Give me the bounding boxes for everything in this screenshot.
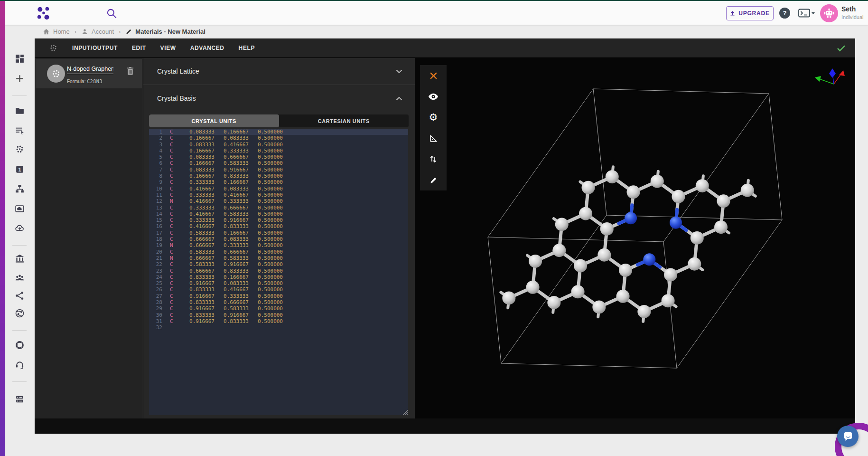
material-dots-icon [51,68,61,79]
measure-tool-button[interactable] [420,128,447,149]
basis-line: 4C0.1666670.3333330.500000 [149,148,408,154]
carbon-atom[interactable] [526,281,540,294]
basis-line: 14C0.4166670.5833330.500000 [149,211,408,217]
carbon-atom[interactable] [664,268,677,281]
carbon-atom[interactable] [627,185,640,199]
sidebar-item-add-new[interactable] [5,74,35,84]
menu-view[interactable]: VIEW [160,45,176,51]
carbon-atom[interactable] [662,294,675,307]
carbon-atom[interactable] [696,179,709,192]
carbon-atom[interactable] [547,296,560,309]
carbon-atom[interactable] [717,194,730,208]
carbon-atom[interactable] [555,218,569,231]
carbon-atom[interactable] [714,220,728,234]
swap-axes-button[interactable] [420,149,447,170]
folder-icon [15,106,25,116]
share-icon [15,291,25,301]
carbon-atom[interactable] [606,170,619,183]
pencil-icon [429,176,438,184]
jobs-list-icon [15,125,25,135]
carbon-atom[interactable] [571,285,585,298]
edit-structure-button[interactable] [420,170,447,190]
visibility-button[interactable] [420,86,447,107]
sidebar-item-org-chart[interactable] [5,184,35,194]
carbon-atom[interactable] [616,290,630,303]
structure-canvas[interactable] [415,58,855,419]
formula-label: Formula: [67,79,85,84]
sidebar-item-workflows-one[interactable]: 1 [5,164,35,174]
material-cluster-icon [49,44,58,53]
workflows-one-icon: 1 [15,164,25,174]
basis-line: 24C0.8333330.1666670.500000 [149,274,408,280]
team-icon [15,273,25,283]
close-viewer-button[interactable] [420,65,447,86]
material-list-item[interactable]: Formula: C28N3 [36,59,142,88]
carbon-atom[interactable] [592,300,606,314]
window-top-edge [0,0,868,1]
carbon-atom[interactable] [552,244,566,257]
terminal-menu-icon[interactable] [798,9,815,18]
chevron-down-icon [396,69,402,74]
carbon-atom[interactable] [691,231,704,245]
user-avatar[interactable] [820,4,838,22]
app-logo-icon[interactable] [36,6,50,20]
chevron-up-icon [396,96,402,101]
sidebar-item-bank[interactable] [5,254,35,264]
editor-resize-handle[interactable] [402,409,408,415]
upgrade-label: UPGRADE [738,10,770,17]
sidebar-item-share[interactable] [5,291,35,301]
carbon-atom[interactable] [637,305,651,318]
material-avatar [47,65,65,83]
lattice-header-label: Crystal Lattice [157,67,199,75]
menu-input-output[interactable]: INPUT/OUTPUT [72,45,118,51]
crystal-basis-header[interactable]: Crystal Basis [143,85,415,112]
breadcrumb-account[interactable]: Account [81,28,114,35]
carbon-atom[interactable] [672,190,685,203]
carbon-atom[interactable] [502,291,515,304]
sidebar-item-materials-dots[interactable] [5,144,35,154]
sidebar-item-media-library[interactable] [5,204,35,214]
sidebar-item-headset[interactable] [5,360,35,370]
menu-edit[interactable]: EDIT [132,45,146,51]
carbon-atom[interactable] [574,259,587,272]
carbon-atom[interactable] [597,248,611,262]
sidebar-item-lifebuoy[interactable] [5,340,35,350]
breadcrumb-home[interactable]: Home [43,28,70,35]
material-name-input[interactable] [67,66,113,74]
nitrogen-atom[interactable] [625,212,637,224]
carbon-atom[interactable] [651,175,664,188]
carbon-atom[interactable] [741,184,754,197]
carbon-atom[interactable] [582,181,595,194]
sidebar-item-team[interactable] [5,273,35,283]
search-icon[interactable] [105,7,118,19]
nitrogen-atom[interactable] [643,253,655,266]
save-check-button[interactable] [837,45,846,52]
carbon-atom[interactable] [688,257,701,271]
sidebar-item-globe[interactable] [5,308,35,318]
upgrade-button[interactable]: UPGRADE [726,6,774,20]
delete-material-icon[interactable] [126,66,134,76]
carbon-atom[interactable] [579,207,592,220]
sidebar-item-folder[interactable] [5,106,35,116]
tab-cartesian-units[interactable]: CARTESIAN UNITS [279,114,409,127]
viewer-settings-button[interactable]: ⚙ [420,107,447,128]
sidebar-item-dashboard[interactable] [5,54,35,64]
menu-advanced[interactable]: ADVANCED [190,45,224,51]
basis-line: 3C0.0833330.4166670.500000 [149,142,408,148]
sidebar-item-storage-server[interactable] [5,394,35,404]
carbon-atom[interactable] [619,264,632,277]
chat-launcher[interactable] [837,426,859,447]
tab-crystal-units[interactable]: CRYSTAL UNITS [149,114,279,127]
breadcrumb-separator: › [75,28,76,35]
set-square-icon [429,134,438,143]
help-icon[interactable]: ? [779,8,790,19]
sidebar-item-jobs-list[interactable] [5,125,35,135]
carbon-atom[interactable] [529,255,542,268]
menu-help[interactable]: HELP [239,45,255,51]
basis-coordinates-editor[interactable]: 1C0.0833330.1666670.5000002C0.1666670.08… [149,129,408,415]
sidebar-item-cloud-upload[interactable] [5,223,35,233]
nitrogen-atom[interactable] [670,217,682,229]
crystal-lattice-header[interactable]: Crystal Lattice [143,58,415,85]
carbon-atom[interactable] [600,222,614,236]
structure-3d-viewer[interactable]: ⚙ [415,58,855,419]
